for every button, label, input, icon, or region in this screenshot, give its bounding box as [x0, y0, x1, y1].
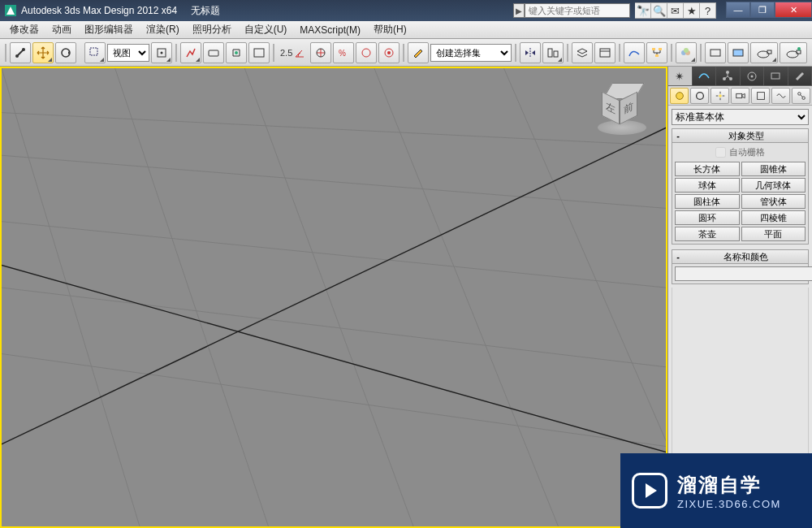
spinner-snap-button[interactable]	[356, 42, 377, 63]
named-selection-button[interactable]	[248, 42, 270, 63]
search-icon[interactable]: 🔍	[651, 2, 667, 19]
select-move-button[interactable]	[32, 42, 54, 63]
help-icon[interactable]: ?	[700, 2, 716, 19]
snaps-toggle-button[interactable]	[226, 42, 247, 63]
tab-utilities[interactable]	[788, 67, 813, 85]
menu-lighting-analysis[interactable]: 照明分析	[186, 21, 238, 38]
svg-rect-29	[767, 50, 771, 54]
percent-snap-button[interactable]: %	[333, 42, 354, 63]
primitive-teapot-button[interactable]: 茶壶	[675, 227, 740, 241]
select-region-button[interactable]	[84, 42, 106, 63]
rollout-name-color-header[interactable]: - 名称和颜色	[672, 249, 809, 264]
svg-point-53	[719, 94, 722, 97]
primitive-pyramid-button[interactable]: 四棱锥	[741, 210, 806, 225]
close-button[interactable]: ✕	[775, 2, 812, 18]
select-link-button[interactable]	[10, 42, 31, 63]
use-center-button[interactable]	[151, 42, 172, 63]
menu-animation[interactable]: 动画	[45, 21, 78, 38]
svg-text:%: %	[339, 49, 346, 58]
menu-rendering[interactable]: 渲染(R)	[140, 21, 186, 38]
search-chevron-icon[interactable]: ▶	[513, 3, 525, 18]
category-dropdown[interactable]: 标准基本体	[672, 109, 809, 125]
svg-point-9	[235, 51, 238, 54]
subtab-cameras[interactable]	[731, 88, 749, 104]
svg-point-45	[726, 71, 729, 74]
schematic-view-button[interactable]	[646, 42, 667, 63]
watermark-logo	[632, 473, 667, 509]
tab-hierarchy[interactable]	[716, 67, 741, 85]
svg-line-35	[2, 278, 666, 374]
subtab-helpers[interactable]	[751, 88, 770, 104]
menu-customize[interactable]: 自定义(U)	[238, 21, 294, 38]
svg-rect-50	[771, 73, 780, 79]
binoculars-icon[interactable]: 🔭	[635, 2, 651, 19]
object-name-input[interactable]	[675, 266, 812, 281]
tab-modify[interactable]	[693, 67, 717, 85]
tab-display[interactable]	[764, 67, 788, 85]
layer-manager-button[interactable]	[572, 42, 593, 63]
favorites-icon[interactable]: ★	[684, 2, 700, 19]
tab-create[interactable]: ✴	[668, 67, 693, 85]
subtab-lights[interactable]	[710, 88, 729, 104]
subtab-shapes[interactable]	[690, 88, 709, 104]
mirror-button[interactable]	[520, 42, 541, 63]
angle-snap-button[interactable]	[310, 42, 331, 63]
svg-point-32	[797, 47, 801, 50]
help-search-toolbar: 🔭 🔍 ✉ ★ ?	[635, 2, 716, 19]
rollout-object-type-header[interactable]: - 对象类型	[672, 128, 809, 143]
menu-modifiers[interactable]: 修改器	[3, 21, 45, 38]
svg-rect-5	[90, 48, 97, 55]
comm-center-icon[interactable]: ✉	[667, 2, 684, 19]
window-titlebar: Autodesk 3ds Max Design 2012 x64 无标题 ▶ 🔭…	[0, 0, 812, 21]
menu-maxscript[interactable]: MAXScript(M)	[293, 23, 367, 37]
tab-motion[interactable]	[741, 67, 765, 85]
primitive-sphere-button[interactable]: 球体	[675, 178, 740, 193]
subtab-spacewarps[interactable]	[771, 88, 790, 104]
render-iterative-button[interactable]	[780, 42, 807, 63]
svg-line-43	[2, 253, 666, 463]
primitive-torus-button[interactable]: 圆环	[675, 210, 740, 225]
select-manipulate-button[interactable]	[180, 42, 201, 63]
rendered-frame-button[interactable]	[728, 42, 749, 63]
render-setup-button[interactable]	[705, 42, 726, 63]
maximize-button[interactable]: ❐	[750, 2, 775, 18]
menu-bar: 修改器 动画 图形编辑器 渲染(R) 照明分析 自定义(U) MAXScript…	[0, 21, 812, 39]
svg-rect-26	[710, 50, 720, 56]
reference-coord-dropdown[interactable]: 视图	[107, 44, 149, 62]
keyboard-shortcut-button[interactable]	[203, 42, 224, 63]
primitive-plane-button[interactable]: 平面	[741, 227, 806, 241]
angle-snap-value: 2.5	[278, 46, 309, 59]
svg-line-40	[244, 68, 422, 526]
edit-named-selection-button[interactable]	[408, 42, 429, 63]
menu-graph-editors[interactable]: 图形编辑器	[78, 21, 140, 38]
align-button[interactable]	[542, 42, 564, 63]
svg-rect-18	[600, 49, 610, 57]
primitive-box-button[interactable]: 长方体	[675, 162, 740, 176]
svg-rect-20	[652, 48, 655, 50]
minus-icon: -	[672, 131, 684, 141]
primitive-tube-button[interactable]: 管状体	[741, 194, 806, 209]
svg-line-39	[115, 68, 278, 526]
menu-help[interactable]: 帮助(H)	[367, 21, 413, 38]
minimize-button[interactable]: —	[726, 2, 750, 18]
curve-editor-button[interactable]	[624, 42, 645, 63]
help-search-input[interactable]	[525, 3, 630, 18]
graphite-ribbon-button[interactable]	[594, 42, 615, 63]
material-editor-button[interactable]	[676, 42, 697, 63]
viewport[interactable]: 左 前	[0, 67, 667, 528]
select-rotate-button[interactable]	[55, 42, 76, 63]
svg-rect-22	[655, 54, 659, 57]
snap-options-button[interactable]	[378, 42, 400, 63]
primitive-cone-button[interactable]: 圆锥体	[741, 162, 806, 176]
viewcube[interactable]: 左 前	[593, 83, 651, 141]
rollout-object-type-body: 自动栅格 长方体 圆锥体 球体 几何球体 圆柱体 管状体 圆环 四棱锥 茶壶 平…	[672, 143, 809, 245]
subtab-systems[interactable]	[792, 88, 810, 104]
primitive-cylinder-button[interactable]: 圆柱体	[675, 194, 740, 209]
named-selection-dropdown[interactable]: 创建选择集	[430, 44, 512, 62]
primitive-geosphere-button[interactable]: 几何球体	[741, 178, 806, 193]
render-production-button[interactable]	[750, 42, 778, 63]
svg-point-3	[22, 48, 25, 51]
subtab-geometry[interactable]	[670, 88, 689, 104]
svg-point-2	[15, 54, 19, 58]
autogrid-checkbox	[715, 147, 726, 158]
